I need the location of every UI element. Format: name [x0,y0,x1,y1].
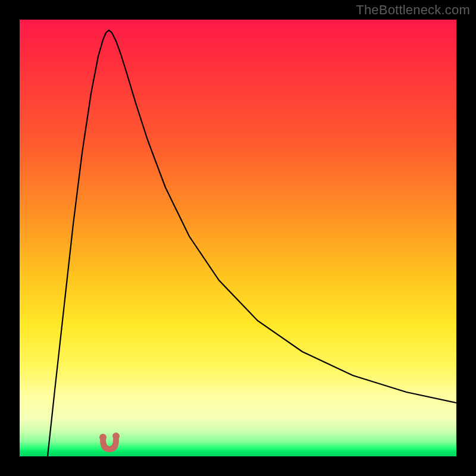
attribution-label: TheBottleneck.com [356,2,470,18]
bottleneck-curve-svg [20,20,456,456]
bottleneck-curve [48,30,456,456]
chart-frame: TheBottleneck.com [0,0,476,476]
plot-area [20,20,456,456]
minimum-u-arc [103,440,116,449]
